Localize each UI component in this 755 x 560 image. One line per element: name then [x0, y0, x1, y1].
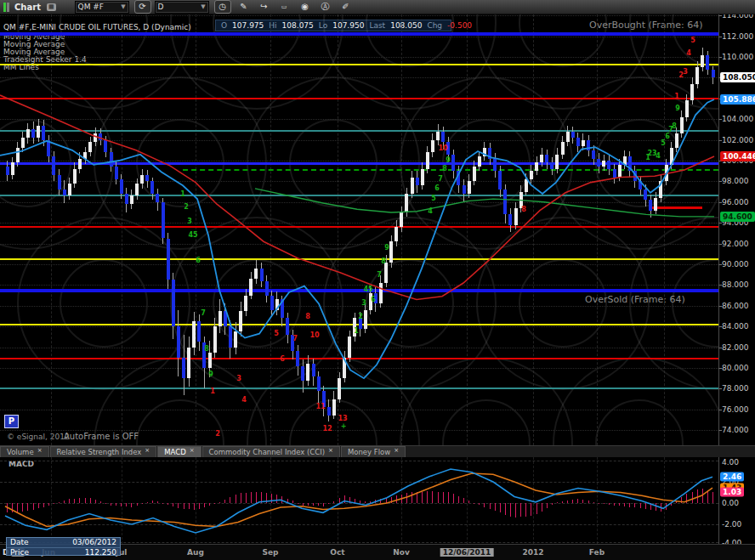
- seeker-count: 2: [215, 429, 220, 437]
- ma_red-line: [0, 95, 714, 299]
- tab-volume[interactable]: Volume×: [0, 446, 49, 458]
- seeker-count: +: [341, 422, 347, 430]
- seeker-count: 8: [381, 257, 386, 265]
- price-tick-label: 78.000: [722, 384, 749, 393]
- layout-badge-icon: ▦: [47, 3, 56, 11]
- seeker-count: 5: [431, 194, 436, 201]
- price-tick-label: 90.000: [722, 260, 749, 269]
- seeker-count: 3: [236, 375, 241, 382]
- seeker-count: 6: [371, 296, 376, 303]
- tab-relative-strength-index[interactable]: Relative Strength Index×: [50, 446, 157, 458]
- price-tick-label: 98.000: [722, 177, 749, 185]
- seeker-count: 10: [309, 331, 319, 338]
- clock-icon[interactable]: ◷: [214, 0, 231, 14]
- price-tick-label: 76.000: [722, 405, 749, 414]
- macd-value-badge: 1.03: [720, 488, 744, 497]
- indicator-tabs: Volume×Relative Strength Index×MACD×Comm…: [0, 445, 755, 458]
- chart-window: Chart ▦ QM #F ▼ ⟳ D ▼ ◷ ✎ ↪ ▭ ◉ Ⓐ ✐ QM #…: [0, 0, 755, 560]
- seeker-count: 10: [438, 144, 447, 152]
- price-badge: 94.600: [720, 212, 755, 222]
- seeker-count: 8: [305, 313, 310, 320]
- price-tick-label: 110.000: [722, 53, 753, 61]
- seeker-count: 7: [377, 271, 382, 279]
- seeker-count: 3: [683, 68, 688, 76]
- tab-commodity-channel-index-cci-[interactable]: Commodity Channel Index (CCI)×: [202, 446, 340, 458]
- seeker-count: 11: [315, 403, 325, 410]
- price-chart[interactable]: QM #F,E-MINI CRUDE OIL FUTURES, D (Dynam…: [0, 14, 718, 445]
- seeker-count: 7: [292, 334, 298, 342]
- seeker-count: 2: [184, 202, 189, 210]
- play-circle-icon[interactable]: ◉: [298, 1, 313, 13]
- seeker-count: 8: [442, 164, 447, 172]
- interval-combo-value: D: [158, 3, 164, 11]
- tab-money-flow[interactable]: Money Flow×: [341, 446, 406, 458]
- price-badge: 105.886: [720, 94, 755, 105]
- seeker-count: 1: [674, 93, 679, 100]
- seeker-count: 6: [196, 257, 201, 264]
- reload-symbol-icon[interactable]: ⟳: [134, 0, 151, 14]
- chevron-down-icon: ▼: [121, 3, 125, 10]
- seeker-count: 1: [180, 190, 185, 198]
- time-axis-label: Aug: [187, 548, 204, 557]
- tab-close-icon[interactable]: ×: [328, 445, 333, 456]
- window-status-icon: [3, 3, 9, 12]
- macd-axis[interactable]: 4.002.000.00-2.00-4.002.461.431.03: [718, 457, 755, 544]
- tab-macd[interactable]: MACD×: [157, 446, 201, 458]
- seeker-count: 6: [434, 184, 440, 191]
- time-axis-label: 2012: [522, 548, 543, 557]
- title-bar: Chart ▦ QM #F ▼ ⟳ D ▼ ◷ ✎ ↪ ▭ ◉ Ⓐ ✐: [0, 0, 755, 14]
- seeker-count: 9: [208, 371, 213, 378]
- price-tick-label: 82.000: [722, 343, 749, 352]
- time-axis-label: Oct: [330, 548, 344, 557]
- seeker-count: 8: [521, 206, 526, 213]
- redo-arrow-icon[interactable]: ↪: [257, 1, 272, 13]
- seeker-count: 12: [322, 424, 332, 432]
- price-tick-label: 86.000: [722, 302, 749, 310]
- tooltip-date-label: Date: [10, 538, 29, 547]
- price-badge: 100.446: [720, 151, 755, 161]
- tooltip-date-value: 03/06/2012: [72, 538, 116, 547]
- tab-close-icon[interactable]: ×: [190, 445, 195, 456]
- seeker-count: 4: [656, 151, 661, 159]
- tab-close-icon[interactable]: ×: [394, 445, 399, 456]
- macd-panel[interactable]: MACD: [0, 457, 718, 544]
- price-tick-label: 80.000: [722, 364, 749, 372]
- seeker-count: 2: [358, 313, 363, 320]
- tab-close-icon[interactable]: ×: [145, 445, 150, 456]
- ma_green-line: [255, 189, 714, 217]
- tooltip-price-label: Price: [10, 548, 29, 557]
- symbol-combo[interactable]: QM #F ▼: [75, 1, 129, 14]
- seeker-count: 7: [438, 174, 443, 182]
- a-circle-icon[interactable]: Ⓐ: [318, 1, 333, 13]
- time-axis-label: Nov: [393, 548, 410, 557]
- window-title: Chart: [14, 3, 41, 12]
- macd-lines: [0, 457, 718, 544]
- price-tick-label: 84.000: [722, 322, 749, 331]
- seeker-count: 3: [361, 299, 366, 307]
- interval-combo[interactable]: D ▼: [155, 1, 209, 14]
- seeker-count: 1: [354, 327, 359, 335]
- price-tick-label: 102.000: [722, 136, 753, 144]
- seeker-count: 5: [661, 139, 666, 147]
- marker-icon[interactable]: ✐: [338, 1, 354, 13]
- time-axis-label: Sep: [262, 548, 278, 557]
- ma_blue-line: [0, 99, 714, 378]
- seeker-count: 3: [187, 217, 192, 224]
- chevron-down-icon: ▼: [201, 3, 205, 10]
- seeker-count: 45: [188, 230, 197, 238]
- seeker-count: 45: [363, 286, 372, 293]
- macd-value-badge: 2.46: [720, 472, 744, 482]
- data-tooltip: Date03/06/2012 Price112.250: [6, 537, 121, 556]
- price-tick-label: 88.000: [722, 280, 749, 289]
- price-tick-label: 104.000: [722, 115, 753, 123]
- seeker-count: 6: [280, 355, 285, 363]
- price-axis[interactable]: 114.000112.000110.000108.000106.000104.0…: [718, 14, 755, 445]
- seeker-count: 5: [690, 37, 695, 44]
- seeker-count: 4: [686, 49, 691, 57]
- tab-close-icon[interactable]: ×: [37, 445, 43, 456]
- price-tick-label: 114.000: [722, 14, 753, 20]
- pencil-icon[interactable]: ✎: [236, 1, 252, 13]
- seeker-count: 7: [201, 309, 206, 317]
- quote-board-icon[interactable]: ▭: [277, 1, 292, 13]
- time-axis-label: 12/06/2011: [440, 548, 494, 557]
